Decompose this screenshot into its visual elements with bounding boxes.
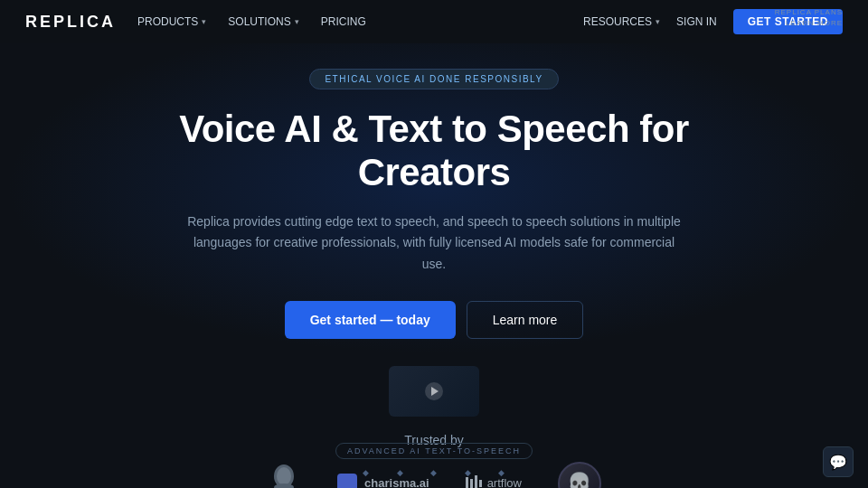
chevron-down-icon: ▾ xyxy=(656,17,660,26)
bottom-feature-1: ◆ xyxy=(363,468,370,477)
nav-link-pricing[interactable]: PRICING xyxy=(321,15,366,28)
chat-widget[interactable]: 💬 xyxy=(823,446,854,477)
sign-in-link[interactable]: SIGN IN xyxy=(676,15,717,28)
hero-section: ETHICAL VOICE AI DONE RESPONSIBLY Voice … xyxy=(0,43,868,488)
announcement-line2: LEARN MORE xyxy=(775,18,843,29)
navbar: REPLiCA PRODUCTS ▾ SOLUTIONS ▾ PRICING R… xyxy=(0,0,868,43)
nav-link-resources[interactable]: RESOURCES ▾ xyxy=(583,15,660,28)
chevron-down-icon: ▾ xyxy=(202,17,206,26)
ethical-badge: ETHICAL VOICE AI DONE RESPONSIBLY xyxy=(309,69,558,89)
announcement-bar: REPLICA PLANS LEARN MORE xyxy=(775,7,843,29)
bottom-section: ADVANCED AI TEXT-TO-SPEECH ◆ ◆ ◆ ◆ ◆ xyxy=(0,443,868,488)
hero-subtitle: Replica provides cutting edge text to sp… xyxy=(181,211,687,276)
chevron-down-icon: ▾ xyxy=(295,17,299,26)
nav-link-products[interactable]: PRODUCTS ▾ xyxy=(137,15,206,28)
bottom-feature-3: ◆ xyxy=(430,468,438,477)
nav-left: REPLiCA PRODUCTS ▾ SOLUTIONS ▾ PRICING xyxy=(25,13,366,32)
play-triangle xyxy=(431,387,439,396)
bottom-feature-4: ◆ xyxy=(465,468,472,477)
nav-link-solutions[interactable]: SOLUTIONS ▾ xyxy=(228,15,298,28)
bottom-feature-5: ◆ xyxy=(498,468,505,477)
logo[interactable]: REPLiCA xyxy=(25,13,116,32)
video-thumbnail[interactable] xyxy=(389,366,479,417)
advanced-badge: ADVANCED AI TEXT-TO-SPEECH xyxy=(335,443,533,459)
play-icon xyxy=(425,382,443,400)
cta-row: Get started — today Learn more xyxy=(285,301,584,339)
hero-title: Voice AI & Text to Speech for Creators xyxy=(118,108,750,195)
bottom-features: ◆ ◆ ◆ ◆ ◆ xyxy=(363,468,505,477)
video-placeholder xyxy=(389,366,479,417)
bottom-feature-2: ◆ xyxy=(397,468,404,477)
chat-icon: 💬 xyxy=(829,454,847,471)
announcement-line1: REPLICA PLANS xyxy=(775,7,843,18)
get-started-cta-button[interactable]: Get started — today xyxy=(285,301,456,339)
learn-more-cta-button[interactable]: Learn more xyxy=(467,301,584,339)
